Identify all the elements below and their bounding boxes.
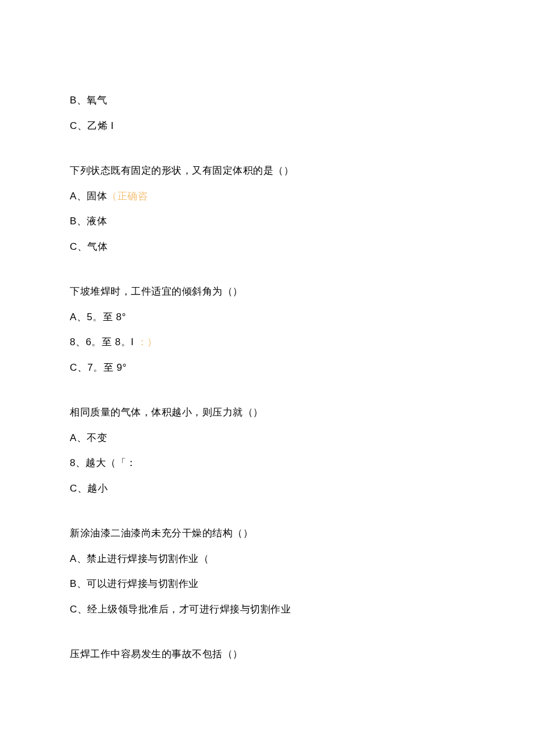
q5-option-b: B、可以进行焊接与切割作业 [70,576,465,592]
document-page: B、氧气 C、乙烯 I 下列状态既有固定的形状，又有固定体积的是（） A、固体（… [0,0,535,730]
q3-option-b: 8、6。至 8。I ：） [70,335,465,350]
q2-option-c: C、气体 [70,239,465,255]
q3-stem: 下坡堆焊时，工件适宜的倾斜角为（） [70,284,465,299]
q2-option-b: B、液体 [70,214,465,229]
q4-option-b: 8、越大（「： [70,456,465,471]
q3-option-c: C、7。至 9° [70,360,465,375]
q4-stem: 相同质量的气体，体积越小，则压力就（） [70,405,465,420]
q1-option-b: B、氧气 [70,93,465,108]
q3-option-a: A、5。至 8° [70,310,465,325]
q2-stem: 下列状态既有固定的形状，又有固定体积的是（） [70,163,465,178]
q4-option-c: C、越小 [70,481,465,496]
q3-option-b-text: 8、6。至 8。I [70,336,134,347]
q5-stem: 新涂油漆二油漆尚未充分干燥的结构（） [70,526,465,541]
q2-option-a-hint: （正确咨 [107,191,148,202]
q3-option-b-hint: ：） [134,336,157,347]
q6-stem: 压焊工作中容易发生的事故不包括（） [70,647,465,662]
q5-option-c: C、经上级领导批准后，才可进行焊接与切割作业 [70,602,465,617]
q5-option-a: A、禁止进行焊接与切割作业（ [70,551,465,567]
q1-option-c: C、乙烯 I [70,119,465,134]
q2-option-a-text: A、固体 [70,191,107,202]
q4-option-a: A、不变 [70,431,465,446]
q2-option-a: A、固体（正确咨 [70,189,465,204]
